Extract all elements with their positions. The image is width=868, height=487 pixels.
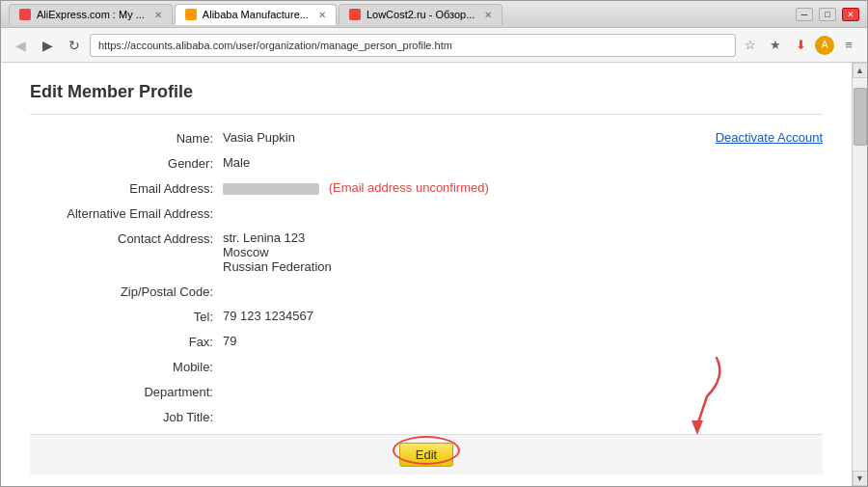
tab-favicon-3 [349, 9, 361, 20]
label-fax: Fax: [30, 334, 223, 349]
menu-icon[interactable]: ≡ [838, 35, 859, 56]
edit-button[interactable]: Edit [399, 443, 453, 467]
maximize-button[interactable]: □ [819, 8, 836, 21]
form-row-email: Email Address: (Email address unconfirme… [30, 180, 823, 196]
tab-strip: AliExpress.com : My ... ✕ Alibaba Manufa… [9, 4, 502, 25]
value-gender: Male [223, 155, 823, 170]
label-job-title: Job Title: [30, 409, 223, 424]
label-email: Email Address: [30, 180, 223, 196]
label-mobile: Mobile: [30, 359, 223, 374]
tab-close-1[interactable]: ✕ [154, 10, 162, 20]
deactivate-account-link[interactable]: Deactivate Account [716, 130, 823, 145]
label-tel: Tel: [30, 309, 223, 324]
footer-bar: Edit [30, 434, 823, 474]
tab-favicon-2 [185, 9, 197, 20]
form-row-fax: Fax: 79 [30, 334, 823, 349]
scroll-track[interactable] [853, 78, 868, 471]
profile-section: Deactivate Account Name: Vasia Pupkin Ge… [30, 130, 823, 424]
title-bar: AliExpress.com : My ... ✕ Alibaba Manufa… [1, 1, 867, 28]
value-email: (Email address unconfirmed) [223, 180, 823, 195]
divider [30, 114, 823, 115]
form-row-mobile: Mobile: [30, 359, 823, 374]
back-button[interactable]: ◀ [9, 34, 32, 57]
scroll-thumb[interactable] [854, 88, 867, 146]
window-controls: ─ □ ✕ [796, 8, 859, 21]
label-department: Department: [30, 384, 223, 399]
form-row-department: Department: [30, 384, 823, 399]
scroll-up-arrow[interactable]: ▲ [853, 63, 868, 78]
form-row-name: Name: Vasia Pupkin [30, 130, 823, 146]
page-inner: Edit Member Profile Deactivate Account N… [1, 63, 852, 486]
close-button[interactable]: ✕ [842, 8, 859, 21]
url-text: https://accounts.alibaba.com/user/organi… [98, 40, 452, 51]
label-address: Contact Address: [30, 230, 223, 246]
tab-label-1: AliExpress.com : My ... [37, 9, 145, 20]
value-address: str. Lenina 123 Moscow Russian Federatio… [223, 230, 823, 274]
edit-button-container: Edit [399, 443, 453, 467]
label-gender: Gender: [30, 155, 223, 171]
tab-alibaba[interactable]: Alibaba Manufacture... ✕ [175, 4, 337, 25]
label-name: Name: [30, 130, 223, 146]
download-icon[interactable]: ⬇ [790, 35, 811, 56]
form-row-address: Contact Address: str. Lenina 123 Moscow … [30, 230, 823, 274]
browser-window: AliExpress.com : My ... ✕ Alibaba Manufa… [0, 0, 868, 487]
page-title: Edit Member Profile [30, 82, 823, 102]
value-tel: 79 123 1234567 [223, 309, 823, 323]
bookmarks-icon[interactable]: ☆ [740, 35, 761, 56]
forward-button[interactable]: ▶ [36, 34, 59, 57]
profile-icon[interactable]: A [815, 36, 834, 55]
nav-bar: ◀ ▶ ↻ https://accounts.alibaba.com/user/… [1, 28, 867, 63]
nav-right: ☆ ★ ⬇ A ≡ [740, 35, 859, 56]
label-alt-email: Alternative Email Address: [30, 205, 223, 221]
label-zip: Zip/Postal Code: [30, 284, 223, 299]
tab-close-2[interactable]: ✕ [318, 10, 326, 20]
form-row-tel: Tel: 79 123 1234567 [30, 309, 823, 324]
form-row-job-title: Job Title: [30, 409, 823, 424]
email-blurred [223, 183, 319, 195]
scroll-down-arrow[interactable]: ▼ [853, 471, 868, 486]
value-fax: 79 [223, 334, 823, 348]
tab-close-3[interactable]: ✕ [484, 10, 492, 20]
form-row-zip: Zip/Postal Code: [30, 284, 823, 299]
tab-label-2: Alibaba Manufacture... [203, 9, 309, 20]
minimize-button[interactable]: ─ [796, 8, 813, 21]
page-content: Edit Member Profile Deactivate Account N… [1, 63, 867, 486]
tab-favicon-1 [19, 9, 31, 20]
refresh-button[interactable]: ↻ [63, 34, 86, 57]
star-icon[interactable]: ★ [765, 35, 786, 56]
tab-lowcost[interactable]: LowCost2.ru - Обзор... ✕ [339, 4, 502, 25]
tab-label-3: LowCost2.ru - Обзор... [366, 9, 475, 20]
form-row-alt-email: Alternative Email Address: [30, 205, 823, 221]
address-bar[interactable]: https://accounts.alibaba.com/user/organi… [90, 34, 736, 57]
form-row-gender: Gender: Male [30, 155, 823, 171]
tab-aliexpress[interactable]: AliExpress.com : My ... ✕ [9, 4, 173, 25]
email-unconfirmed-text: (Email address unconfirmed) [329, 180, 489, 195]
scrollbar[interactable]: ▲ ▼ [852, 63, 867, 486]
